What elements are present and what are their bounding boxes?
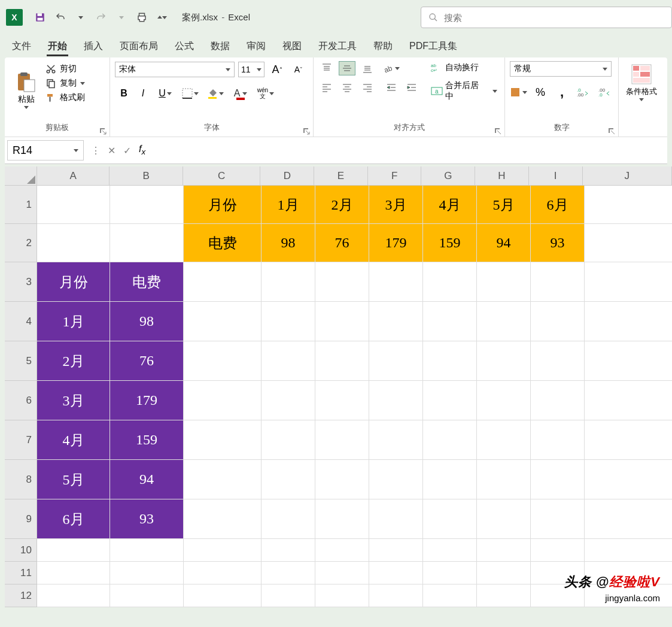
- format-painter-button[interactable]: 格式刷: [43, 91, 87, 104]
- row-header-8[interactable]: 8: [5, 460, 37, 499]
- row-header-12[interactable]: 12: [5, 584, 37, 607]
- align-bottom-icon[interactable]: [359, 61, 376, 75]
- accounting-format-icon[interactable]: [510, 84, 527, 101]
- row-header-2[interactable]: 2: [5, 224, 37, 262]
- cell-E5[interactable]: [315, 341, 369, 381]
- row-header-6[interactable]: 6: [5, 381, 37, 420]
- font-color-button[interactable]: A: [229, 85, 253, 102]
- cell-A4[interactable]: 1月: [37, 302, 110, 341]
- col-header-G[interactable]: G: [421, 166, 475, 186]
- cell-A3[interactable]: 月份: [37, 262, 110, 302]
- cell-D1[interactable]: 1月: [261, 186, 315, 224]
- tab-pdf[interactable]: PDF工具集: [408, 37, 458, 56]
- cell-J1[interactable]: [585, 186, 672, 224]
- cell-C8[interactable]: [184, 460, 261, 499]
- cell-I4[interactable]: [531, 302, 585, 341]
- cell-E6[interactable]: [315, 381, 369, 420]
- tab-insert[interactable]: 插入: [83, 37, 104, 56]
- cell-F11[interactable]: [369, 562, 423, 584]
- cell-D11[interactable]: [261, 562, 315, 584]
- cell-G10[interactable]: [423, 539, 477, 562]
- cell-C9[interactable]: [184, 499, 261, 539]
- cell-H9[interactable]: [477, 499, 531, 539]
- row-header-5[interactable]: 5: [5, 341, 37, 381]
- cell-F8[interactable]: [369, 460, 423, 499]
- cell-F2[interactable]: 179: [369, 224, 423, 262]
- undo-icon[interactable]: [51, 8, 69, 26]
- cut-button[interactable]: 剪切: [43, 62, 87, 75]
- cell-E8[interactable]: [315, 460, 369, 499]
- cell-A11[interactable]: [37, 562, 110, 584]
- comma-format-icon[interactable]: ,: [554, 84, 570, 101]
- cell-A9[interactable]: 6月: [37, 499, 110, 539]
- name-box[interactable]: R14: [7, 140, 84, 160]
- redo-icon[interactable]: [92, 8, 110, 26]
- cell-C3[interactable]: [184, 262, 261, 302]
- cell-H11[interactable]: [477, 562, 531, 584]
- search-input[interactable]: [444, 13, 664, 23]
- border-button[interactable]: [178, 85, 202, 102]
- cell-C4[interactable]: [184, 302, 261, 341]
- cell-F7[interactable]: [369, 420, 423, 460]
- font-launcher-icon[interactable]: [302, 127, 311, 135]
- cell-C12[interactable]: [184, 584, 261, 607]
- qat-customize-icon[interactable]: [153, 8, 171, 26]
- cancel-formula-icon[interactable]: ✕: [104, 143, 118, 157]
- cell-C1[interactable]: 月份: [184, 186, 261, 224]
- cell-I10[interactable]: [531, 539, 585, 562]
- row-header-4[interactable]: 4: [5, 302, 37, 341]
- col-header-E[interactable]: E: [314, 166, 368, 186]
- cell-H12[interactable]: [477, 584, 531, 607]
- cell-I7[interactable]: [531, 420, 585, 460]
- cell-A12[interactable]: [37, 584, 110, 607]
- select-all-corner[interactable]: [5, 166, 37, 186]
- cell-B8[interactable]: 94: [110, 460, 184, 499]
- cell-H10[interactable]: [477, 539, 531, 562]
- cell-D8[interactable]: [261, 460, 315, 499]
- cell-J5[interactable]: [585, 341, 672, 381]
- search-box[interactable]: [421, 7, 672, 28]
- cell-G4[interactable]: [423, 302, 477, 341]
- col-header-H[interactable]: H: [475, 166, 529, 186]
- row-header-1[interactable]: 1: [5, 186, 37, 224]
- tab-help[interactable]: 帮助: [372, 37, 394, 56]
- row-header-11[interactable]: 11: [5, 562, 37, 584]
- cell-A8[interactable]: 5月: [37, 460, 110, 499]
- align-left-icon[interactable]: [318, 80, 335, 95]
- number-launcher-icon[interactable]: [607, 127, 616, 135]
- cell-A1[interactable]: [37, 186, 110, 224]
- cell-D2[interactable]: 98: [261, 224, 315, 262]
- cell-C2[interactable]: 电费: [184, 224, 261, 262]
- cell-J10[interactable]: [585, 539, 672, 562]
- cell-G3[interactable]: [423, 262, 477, 302]
- cell-J9[interactable]: [585, 499, 672, 539]
- cell-D5[interactable]: [261, 341, 315, 381]
- tab-home[interactable]: 开始: [47, 37, 68, 56]
- cell-G12[interactable]: [423, 584, 477, 607]
- cell-E3[interactable]: [315, 262, 369, 302]
- cell-F9[interactable]: [369, 499, 423, 539]
- cell-E10[interactable]: [315, 539, 369, 562]
- align-middle-icon[interactable]: [339, 61, 355, 75]
- cell-F10[interactable]: [369, 539, 423, 562]
- cell-B11[interactable]: [110, 562, 184, 584]
- cell-H8[interactable]: [477, 460, 531, 499]
- tab-file[interactable]: 文件: [11, 37, 32, 56]
- cell-I2[interactable]: 93: [531, 224, 585, 262]
- cell-F12[interactable]: [369, 584, 423, 607]
- cell-E12[interactable]: [315, 584, 369, 607]
- cell-B1[interactable]: [110, 186, 184, 224]
- wrap-text-button[interactable]: abc↵ 自动换行: [428, 61, 500, 74]
- cell-I1[interactable]: 6月: [531, 186, 585, 224]
- paste-button[interactable]: 粘贴: [10, 61, 43, 119]
- cell-D12[interactable]: [261, 584, 315, 607]
- increase-font-icon[interactable]: A˄: [268, 61, 286, 78]
- confirm-formula-icon[interactable]: ✓: [120, 143, 134, 157]
- tab-view[interactable]: 视图: [281, 37, 303, 56]
- quick-print-icon[interactable]: [133, 8, 151, 26]
- cell-F5[interactable]: [369, 341, 423, 381]
- cell-J7[interactable]: [585, 420, 672, 460]
- font-name-select[interactable]: 宋体: [115, 62, 235, 77]
- cell-E4[interactable]: [315, 302, 369, 341]
- cell-J8[interactable]: [585, 460, 672, 499]
